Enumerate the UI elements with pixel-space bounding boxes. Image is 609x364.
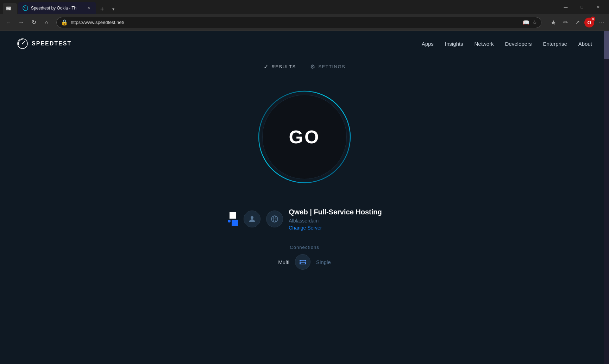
reload-button[interactable]: ↻: [28, 17, 39, 28]
forward-button[interactable]: →: [15, 17, 27, 28]
svg-rect-14: [305, 262, 306, 263]
svg-rect-12: [300, 263, 301, 264]
speedtest-logo[interactable]: SPEEDTEST: [17, 38, 71, 49]
tab-speedtest-label: Speedtest by Ookla - Th: [31, 6, 83, 11]
go-container: GO: [252, 84, 357, 190]
server-info: Qweb | Full-Service Hosting Alblasserdam…: [227, 207, 382, 231]
signal-white-bar: [230, 212, 236, 219]
reader-view-icon[interactable]: 📖: [523, 19, 529, 26]
tab-pctips-icon: 📰: [6, 6, 11, 11]
svg-rect-15: [305, 263, 306, 264]
settings-tab[interactable]: ⚙ SETTINGS: [310, 63, 346, 70]
settings-menu-button[interactable]: ⋯: [596, 18, 606, 27]
connections-section: Connections Multi: [278, 245, 331, 270]
results-tab-label: RESULTS: [271, 64, 296, 69]
connections-toggle: Multi: [278, 254, 331, 270]
avatar[interactable]: [244, 211, 260, 227]
tab-pctips[interactable]: 📰: [3, 3, 17, 14]
opera-button[interactable]: O 8: [584, 18, 594, 27]
window-controls: — □ ✕: [558, 0, 606, 14]
svg-rect-10: [300, 260, 301, 261]
results-check-icon: ✓: [264, 63, 269, 70]
browser-actions: ★ ✏ ↗ O 8 ⋯: [548, 18, 606, 27]
connections-label: Connections: [290, 245, 319, 250]
nav-developers[interactable]: Developers: [505, 41, 532, 47]
nav-network[interactable]: Network: [475, 41, 494, 47]
server-details: Qweb | Full-Service Hosting Alblasserdam…: [289, 207, 382, 231]
logo-text: SPEEDTEST: [32, 40, 71, 47]
single-connection[interactable]: Single: [316, 259, 331, 265]
nav-enterprise[interactable]: Enterprise: [543, 41, 567, 47]
tab-close-button[interactable]: ✕: [86, 5, 92, 11]
multi-connection[interactable]: Multi: [278, 259, 289, 265]
svg-line-1: [24, 7, 25, 8]
go-label: GO: [289, 126, 320, 148]
share-button[interactable]: ↗: [572, 18, 582, 27]
bookmark-icon[interactable]: ☆: [532, 19, 537, 26]
svg-rect-11: [300, 262, 301, 263]
globe-icon: [270, 215, 279, 223]
connection-icon: [299, 258, 307, 266]
change-server-link[interactable]: Change Server: [289, 225, 382, 231]
scrollbar[interactable]: [604, 31, 609, 364]
speedtest-favicon: [23, 5, 28, 11]
svg-point-6: [251, 216, 253, 219]
nav-insights[interactable]: Insights: [445, 41, 463, 47]
speedtest-navbar: SPEEDTEST Apps Insights Network Develope…: [0, 31, 609, 56]
server-location: Alblasserdam: [289, 218, 382, 224]
nav-links: Apps Insights Network Developers Enterpr…: [422, 41, 592, 47]
url-display: https://www.speedtest.net/: [71, 20, 520, 25]
nav-about[interactable]: About: [578, 41, 592, 47]
tab-dropdown-button[interactable]: ▾: [108, 4, 118, 14]
address-bar[interactable]: 🔒 https://www.speedtest.net/ 📖 ☆: [56, 17, 541, 28]
server-name: Qweb | Full-Service Hosting: [289, 207, 382, 216]
connection-toggle-button[interactable]: [295, 254, 310, 270]
globe[interactable]: [266, 211, 283, 227]
svg-point-4: [22, 43, 23, 44]
minimize-button[interactable]: —: [558, 0, 574, 14]
notification-badge: 8: [590, 17, 595, 21]
signal-dot: [228, 220, 231, 222]
st-tabs: ✓ RESULTS ⚙ SETTINGS: [264, 63, 346, 70]
results-tab[interactable]: ✓ RESULTS: [264, 63, 296, 70]
lock-icon: 🔒: [61, 19, 68, 26]
profile-button[interactable]: ✏: [560, 18, 570, 27]
home-button[interactable]: ⌂: [41, 17, 52, 28]
favorites-button[interactable]: ★: [548, 18, 558, 27]
new-tab-button[interactable]: +: [97, 4, 107, 14]
svg-rect-13: [305, 260, 306, 261]
signal-indicator: [227, 212, 238, 226]
maximize-button[interactable]: □: [574, 0, 590, 14]
settings-gear-icon: ⚙: [310, 63, 316, 70]
nav-apps[interactable]: Apps: [422, 41, 434, 47]
logo-icon: [17, 38, 28, 49]
tab-speedtest[interactable]: Speedtest by Ookla - Th ✕: [18, 2, 96, 14]
back-button[interactable]: ←: [3, 17, 14, 28]
user-icon: [248, 215, 256, 223]
go-button[interactable]: GO: [262, 95, 347, 179]
nav-bar: ← → ↻ ⌂ 🔒 https://www.speedtest.net/ 📖 ☆…: [0, 14, 609, 31]
main-content: ✓ RESULTS ⚙ SETTINGS: [0, 56, 609, 364]
close-button[interactable]: ✕: [590, 0, 606, 14]
signal-blue-bar: [232, 220, 238, 226]
settings-tab-label: SETTINGS: [318, 64, 345, 69]
